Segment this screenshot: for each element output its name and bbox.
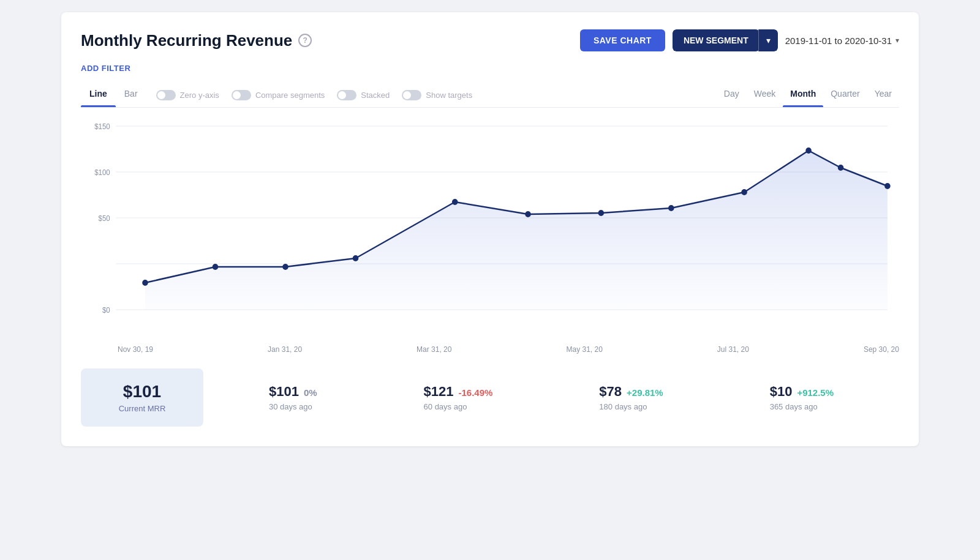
toggle-compare-label: Compare segments	[255, 91, 325, 100]
toggle-targets-label: Show targets	[426, 91, 472, 100]
main-card: Monthly Recurring Revenue ? SAVE CHART N…	[61, 12, 919, 446]
stat-180d-top: $78 +29.81%	[599, 384, 663, 400]
date-range-selector[interactable]: 2019-11-01 to 2020-10-31 ▾	[785, 35, 899, 46]
data-point	[282, 264, 288, 270]
data-point	[668, 205, 674, 211]
svg-text:$100: $100	[94, 168, 110, 176]
toggle-group: Zero y-axis Compare segments Stacked Sho…	[156, 90, 473, 100]
new-segment-button[interactable]: NEW SEGMENT	[673, 29, 760, 51]
stat-60d-pct: -16.49%	[459, 387, 493, 398]
x-axis-labels: Nov 30, 19 Jan 31, 20 Mar 31, 20 May 31,…	[81, 340, 899, 354]
stat-30d-pct: 0%	[304, 387, 317, 398]
header-actions: SAVE CHART NEW SEGMENT ▾ 2019-11-01 to 2…	[580, 29, 899, 51]
stat-180d: $78 +29.81% 180 days ago	[599, 384, 663, 411]
period-tabs: Day Week Month Quarter Year	[717, 83, 899, 107]
stat-30d-top: $101 0%	[269, 384, 317, 400]
stat-30d-value: $101	[269, 384, 299, 400]
new-segment-group: NEW SEGMENT ▾	[673, 29, 778, 51]
x-label-5: Jul 31, 20	[717, 345, 749, 354]
new-segment-dropdown[interactable]: ▾	[758, 29, 778, 51]
data-point	[741, 189, 747, 195]
x-label-3: Mar 31, 20	[417, 345, 451, 354]
title-group: Monthly Recurring Revenue ?	[81, 31, 312, 50]
data-point	[353, 255, 359, 261]
stat-365d: $10 +912.5% 365 days ago	[770, 384, 834, 411]
stat-60d-label: 60 days ago	[424, 402, 493, 411]
stat-180d-pct: +29.81%	[627, 387, 663, 398]
stat-180d-value: $78	[599, 384, 622, 400]
save-chart-button[interactable]: SAVE CHART	[580, 29, 665, 51]
svg-text:$50: $50	[99, 214, 111, 222]
svg-text:$150: $150	[94, 122, 110, 130]
toggle-zero-yaxis-label: Zero y-axis	[180, 91, 219, 100]
x-label-2: Jan 31, 20	[268, 345, 302, 354]
x-label-1: Nov 30, 19	[118, 345, 153, 354]
page-header: Monthly Recurring Revenue ? SAVE CHART N…	[81, 29, 899, 51]
toggle-stacked-switch[interactable]	[337, 90, 356, 100]
stat-365d-pct: +912.5%	[797, 387, 834, 398]
stats-row: $101 Current MRR $101 0% 30 days ago $12…	[81, 368, 899, 427]
x-label-4: May 31, 20	[566, 345, 602, 354]
data-point	[838, 165, 844, 171]
stat-60d-top: $121 -16.49%	[424, 384, 493, 400]
toggle-stacked-label: Stacked	[361, 91, 390, 100]
add-filter-button[interactable]: ADD FILTER	[81, 64, 899, 73]
period-tab-week[interactable]: Week	[747, 83, 783, 107]
stat-180d-label: 180 days ago	[599, 402, 663, 411]
current-mrr-value: $101	[123, 382, 161, 401]
period-tab-month[interactable]: Month	[783, 83, 823, 107]
data-point	[213, 264, 219, 270]
stat-30d-label: 30 days ago	[269, 402, 317, 411]
chart-tab-line[interactable]: Line	[81, 83, 116, 107]
toggle-compare-switch[interactable]	[232, 90, 251, 100]
stat-current-mrr: $101 Current MRR	[81, 368, 203, 427]
toggle-compare-segments[interactable]: Compare segments	[232, 90, 325, 100]
toggle-zero-yaxis[interactable]: Zero y-axis	[156, 90, 219, 100]
period-tab-quarter[interactable]: Quarter	[823, 83, 867, 107]
period-tab-year[interactable]: Year	[867, 83, 899, 107]
toggle-targets-switch[interactable]	[402, 90, 421, 100]
stat-365d-label: 365 days ago	[770, 402, 834, 411]
chart-svg-wrapper: $150 $100 $50 $0	[81, 108, 899, 340]
x-label-6: Sep 30, 20	[864, 345, 899, 354]
stat-30d: $101 0% 30 days ago	[269, 384, 317, 411]
date-range-caret: ▾	[895, 36, 899, 45]
help-icon[interactable]: ?	[298, 34, 312, 47]
date-range-text: 2019-11-01 to 2020-10-31	[785, 35, 892, 46]
stat-365d-value: $10	[770, 384, 793, 400]
stat-60d-value: $121	[424, 384, 454, 400]
toggle-stacked[interactable]: Stacked	[337, 90, 390, 100]
page-title: Monthly Recurring Revenue	[81, 31, 292, 50]
toggle-show-targets[interactable]: Show targets	[402, 90, 472, 100]
chart-controls: Line Bar Zero y-axis Compare segments St…	[81, 83, 899, 108]
stat-comparisons: $101 0% 30 days ago $121 -16.49% 60 days…	[203, 368, 899, 427]
chart-svg: $150 $100 $50 $0	[81, 108, 899, 340]
svg-text:$0: $0	[102, 306, 110, 314]
toggle-zero-yaxis-switch[interactable]	[156, 90, 176, 100]
data-point	[598, 210, 605, 216]
period-tab-day[interactable]: Day	[717, 83, 747, 107]
stat-60d: $121 -16.49% 60 days ago	[424, 384, 493, 411]
stat-365d-top: $10 +912.5%	[770, 384, 834, 400]
data-point	[884, 183, 891, 189]
data-point	[142, 280, 148, 286]
data-point	[805, 147, 812, 154]
data-point	[452, 199, 458, 205]
chart-type-tabs: Line Bar	[81, 83, 146, 107]
chart-tab-bar[interactable]: Bar	[116, 83, 146, 107]
chart-fill-area	[145, 151, 888, 310]
data-point	[525, 211, 531, 217]
chart-area: $150 $100 $50 $0	[81, 108, 899, 354]
current-mrr-label: Current MRR	[119, 404, 166, 413]
